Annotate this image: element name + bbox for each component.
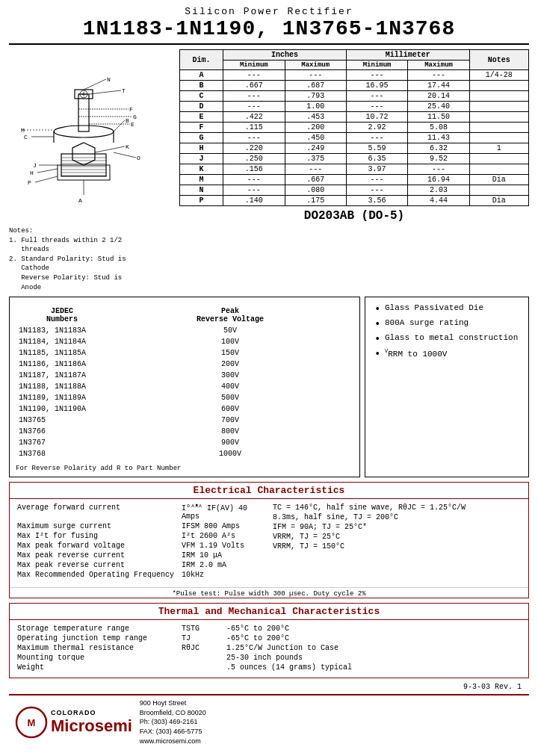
- dim-cell: ---: [223, 102, 285, 112]
- notes-box: Notes: 1. Full threads within 2 1/2 thre…: [9, 226, 173, 292]
- header: Silicon Power Rectifier 1N1183-1N1190, 1…: [9, 6, 529, 45]
- dim-cell: 1/4-28: [469, 70, 528, 81]
- dim-cell: .140: [223, 196, 285, 206]
- jedec-volt-header: PeakReverse Voltage: [108, 306, 352, 324]
- dim-cell: 1.00: [285, 102, 346, 112]
- elec-condition: 8.3ms, half sine, TJ = 200°C: [273, 513, 521, 521]
- svg-text:A: A: [78, 197, 82, 204]
- jedec-part-number: 1N3765: [17, 415, 107, 425]
- dim-cell: ---: [223, 133, 285, 143]
- component-diagram: M N B T C J K O: [9, 49, 166, 221]
- electrical-left: Average forward currentIᴼᴬᵜᴬ IF(AV) 40 A…: [17, 504, 265, 580]
- electrical-note: *Pulse test: Pulse width 300 µsec. Duty …: [10, 587, 528, 598]
- thermal-param-sym: TJ: [182, 634, 226, 642]
- dim-cell: C: [180, 91, 223, 102]
- dim-cell: J: [180, 154, 223, 164]
- dim-cell: [469, 102, 528, 112]
- dim-cell: G: [180, 133, 223, 143]
- jedec-voltage: 600V: [108, 404, 352, 414]
- jedec-voltage: 500V: [108, 393, 352, 403]
- dim-cell: 20.14: [408, 91, 469, 102]
- dim-cell: .375: [285, 154, 346, 164]
- elec-row: Max peak reverse currentIRM 2.0 mA: [17, 561, 265, 569]
- thermal-row: Weight.5 ounces (14 grams) typical: [17, 663, 521, 672]
- dim-cell: .667: [285, 175, 346, 185]
- min-mm-header: Minimum: [346, 61, 407, 70]
- notes-col-header: Notes: [469, 50, 528, 70]
- dim-cell: 16.94: [408, 175, 469, 185]
- jedec-part-number: 1N1183, 1N1183A: [17, 326, 107, 335]
- thermal-row: Storage temperature rangeTSTG-65°C to 20…: [17, 625, 521, 633]
- jedec-voltage: 50V: [108, 326, 352, 335]
- thermal-param-sym: [182, 663, 226, 672]
- dim-cell: ---: [408, 70, 469, 81]
- dim-cell: 6.35: [346, 154, 407, 164]
- jedec-part-number: 1N1189, 1N1189A: [17, 393, 107, 403]
- svg-line-24: [35, 176, 58, 182]
- middle-section: JEDECNumbers PeakReverse Voltage 1N1183,…: [9, 297, 529, 477]
- footer: M COLORADO Microsemi 900 Hoyt StreetBroo…: [9, 694, 529, 749]
- electrical-right: TC = 146°C, half sine wave, RθJC = 1.25°…: [273, 504, 521, 580]
- jedec-box: JEDECNumbers PeakReverse Voltage 1N1183,…: [9, 297, 360, 477]
- jedec-part-number: 1N1187, 1N1187A: [17, 371, 107, 380]
- dim-cell: K: [180, 164, 223, 175]
- thermal-param-value: 25-30 inch pounds: [226, 654, 521, 662]
- dim-cell: 4.44: [408, 196, 469, 206]
- thermal-param-label: Weight: [17, 663, 182, 672]
- dim-cell: 11.50: [408, 112, 469, 123]
- dim-cell: E: [180, 112, 223, 123]
- elec-param-label: Max peak forward voltage: [17, 542, 182, 550]
- elec-condition: VRRM, TJ = 150°C: [273, 542, 521, 551]
- dim-cell: ---: [346, 133, 407, 143]
- feature-item: VRRM to 1000V: [374, 348, 519, 359]
- jedec-part-number: 1N1184, 1N1184A: [17, 337, 107, 347]
- jedec-part-number: 1N1190, 1N1190A: [17, 404, 107, 414]
- feature-item: Glass to metal construction: [374, 333, 519, 342]
- dim-table-area: Dim. Inches Millimeter Notes Minimum Max…: [179, 49, 529, 292]
- elec-param-label: Max I²t for fusing: [17, 532, 182, 540]
- dim-cell: 3.56: [346, 196, 407, 206]
- jedec-part-number: 1N3768: [17, 449, 107, 459]
- dim-cell: 17.44: [408, 81, 469, 91]
- dim-cell: ---: [223, 185, 285, 196]
- inches-header: Inches: [223, 50, 347, 61]
- thermal-param-label: Operating junction temp range: [17, 634, 182, 642]
- jedec-voltage: 200V: [108, 359, 352, 369]
- svg-text:T: T: [122, 87, 126, 94]
- dim-cell: .249: [285, 143, 346, 154]
- footer-address: 900 Hoyt StreetBroomfield, CO 80020Ph: (…: [140, 698, 206, 746]
- dim-cell: [469, 133, 528, 143]
- svg-line-14: [89, 90, 121, 94]
- dim-cell: [469, 81, 528, 91]
- thermal-param-label: Mounting torque: [17, 654, 182, 662]
- dim-cell: .453: [285, 112, 346, 123]
- elec-param-symbol: IRM 2.0 mA: [182, 561, 265, 569]
- company-state: COLORADO: [51, 709, 132, 716]
- svg-line-12: [114, 120, 125, 131]
- jedec-voltage: 100V: [108, 337, 352, 347]
- elec-param-symbol: 10kHz: [182, 571, 265, 579]
- dimensions-table: Dim. Inches Millimeter Notes Minimum Max…: [179, 49, 529, 206]
- elec-row: Max Recommended Operating Frequency10kHz: [17, 571, 265, 579]
- svg-line-20: [95, 146, 125, 152]
- header-subtitle: Silicon Power Rectifier: [9, 6, 529, 17]
- svg-text:M: M: [21, 127, 25, 134]
- dim-cell: 3.97: [346, 164, 407, 175]
- jedec-part-number: 1N1186, 1N1186A: [17, 359, 107, 369]
- svg-text:M: M: [28, 717, 36, 728]
- dim-cell: .115: [223, 123, 285, 133]
- jedec-voltage: 400V: [108, 382, 352, 391]
- dim-cell: ---: [285, 70, 346, 81]
- dim-cell: H: [180, 143, 223, 154]
- dim-cell: P: [180, 196, 223, 206]
- thermal-param-value: .5 ounces (14 grams) typical: [226, 663, 521, 672]
- elec-row: Max peak reverse currentIRM 10 μA: [17, 551, 265, 560]
- elec-param-label: Max peak reverse current: [17, 561, 182, 569]
- dim-cell: Dia: [469, 196, 528, 206]
- dim-cell: N: [180, 185, 223, 196]
- thermal-content: Storage temperature rangeTSTG-65°C to 20…: [10, 620, 528, 678]
- dim-cell: 5.59: [346, 143, 407, 154]
- diagram-area: M N B T C J K O: [9, 49, 173, 292]
- jedec-table: JEDECNumbers PeakReverse Voltage 1N1183,…: [16, 305, 353, 460]
- svg-text:C: C: [24, 134, 28, 140]
